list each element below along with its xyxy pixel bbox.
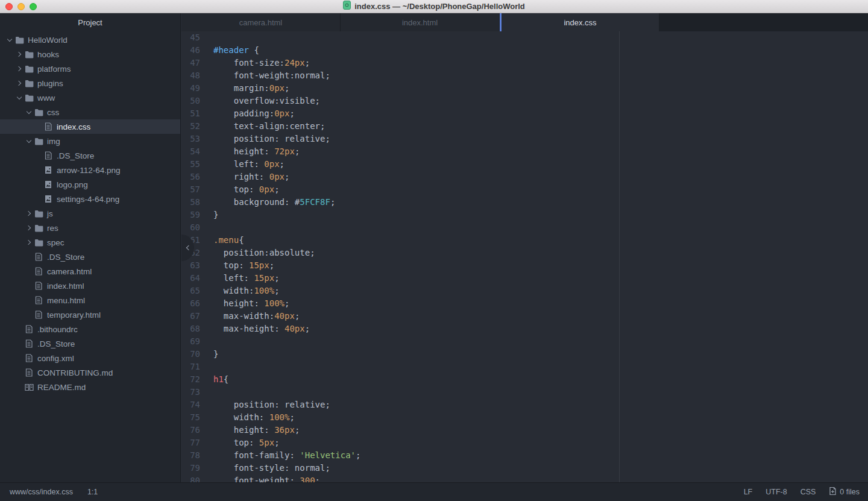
tree-item-js[interactable]: js <box>0 206 180 221</box>
code-line[interactable]: 74 position: relative; <box>181 399 868 411</box>
tree-item-menu-html[interactable]: menu.html <box>0 293 180 307</box>
code-line[interactable]: 46#header { <box>181 44 868 57</box>
code-line[interactable]: 47 font-size:24px; <box>181 57 868 69</box>
code-text: margin:0px; <box>200 82 289 95</box>
code-line[interactable]: 59} <box>181 209 868 221</box>
code-line[interactable]: 80 font-weight: 300; <box>181 474 868 482</box>
code-line[interactable]: 55 left: 0px; <box>181 158 868 171</box>
chevron-down-icon[interactable] <box>14 96 24 99</box>
chevron-right-icon[interactable] <box>14 52 24 56</box>
tree-item-temporary-html[interactable]: temporary.html <box>0 307 180 322</box>
tab-index-html[interactable]: index.html <box>341 13 500 31</box>
code-line[interactable]: 52 text-align:center; <box>181 120 868 133</box>
doc-icon <box>34 310 43 319</box>
minimize-button[interactable] <box>17 3 25 10</box>
code-line[interactable]: 54 height: 72px; <box>181 145 868 158</box>
line-number: 50 <box>181 95 200 107</box>
code-text: position:absolute; <box>200 247 315 259</box>
code-line[interactable]: 56 right: 0px; <box>181 171 868 183</box>
tree-item-label: index.html <box>47 282 84 291</box>
code-line[interactable]: 57 top: 0px; <box>181 183 868 196</box>
code-text: top: 5px; <box>200 436 280 449</box>
tree-item-ds-store[interactable]: .DS_Store <box>0 336 180 351</box>
status-item-css[interactable]: CSS <box>800 488 816 496</box>
tree-item-index-css[interactable]: index.css <box>0 119 180 134</box>
tab-index-css[interactable]: index.css <box>500 13 659 31</box>
code-line[interactable]: 78 font-family: 'Helvetica'; <box>181 449 868 462</box>
tree-item-ds-store[interactable]: .DS_Store <box>0 148 180 163</box>
tree-item-hooks[interactable]: hooks <box>0 47 180 61</box>
code-line[interactable]: 63 top: 15px; <box>181 259 868 272</box>
code-line[interactable]: 58 background: #5FCF8F; <box>181 196 868 209</box>
tab-camera-html[interactable]: camera.html <box>181 13 341 31</box>
tree-item-bithoundrc[interactable]: .bithoundrc <box>0 322 180 336</box>
git-status[interactable]: 0 files <box>829 487 860 497</box>
code-line[interactable]: 61.menu{ <box>181 234 868 247</box>
tree-item-ds-store[interactable]: .DS_Store <box>0 250 180 264</box>
cursor-position[interactable]: 1:1 <box>87 488 98 496</box>
chevron-right-icon[interactable] <box>24 212 34 215</box>
tree-item-label: .DS_Store <box>37 339 75 348</box>
tree-item-config-xml[interactable]: config.xml <box>0 351 180 365</box>
tree-item-platforms[interactable]: platforms <box>0 61 180 76</box>
code-line[interactable]: 45 <box>181 31 868 44</box>
chevron-right-icon[interactable] <box>24 241 34 244</box>
code-text: top: 0px; <box>200 183 280 196</box>
tree-item-settings-4-64-png[interactable]: settings-4-64.png <box>0 192 180 206</box>
code-line[interactable]: 69 <box>181 335 868 348</box>
chevron-down-icon[interactable] <box>24 111 34 113</box>
code-line[interactable]: 71 <box>181 361 868 373</box>
chevron-right-icon[interactable] <box>24 226 34 230</box>
tree-item-www[interactable]: www <box>0 90 180 105</box>
code-line[interactable]: 48 font-weight:normal; <box>181 69 868 82</box>
close-button[interactable] <box>5 3 13 10</box>
code-line[interactable]: 50 overflow:visible; <box>181 95 868 107</box>
code-line[interactable]: 60 <box>181 221 868 234</box>
line-number: 60 <box>181 221 200 234</box>
code-line[interactable]: 79 font-style: normal; <box>181 462 868 474</box>
tree-item-index-html[interactable]: index.html <box>0 279 180 293</box>
tree-item-plugins[interactable]: plugins <box>0 76 180 90</box>
code-text: .menu{ <box>200 234 244 247</box>
code-line[interactable]: 70} <box>181 348 868 361</box>
code-line[interactable]: 72h1{ <box>181 373 868 386</box>
tree-item-arrow-112-64-png[interactable]: arrow-112-64.png <box>0 163 180 177</box>
code-line[interactable]: 67 max-width:40px; <box>181 310 868 323</box>
doc-icon <box>34 296 43 304</box>
chevron-right-icon[interactable] <box>14 81 24 85</box>
code-line[interactable]: 53 position: relative; <box>181 133 868 145</box>
code-text <box>200 335 213 348</box>
tree-item-helloworld[interactable]: HelloWorld <box>0 33 180 47</box>
chevron-down-icon[interactable] <box>5 39 14 41</box>
code-line[interactable]: 51 padding:0px; <box>181 107 868 120</box>
tree-item-contributing-md[interactable]: CONTRIBUTING.md <box>0 365 180 380</box>
chevron-down-icon[interactable] <box>24 140 34 142</box>
code-line[interactable]: 65 width:100%; <box>181 285 868 297</box>
chevron-right-icon[interactable] <box>14 67 24 71</box>
status-item-utf-8[interactable]: UTF-8 <box>766 488 787 496</box>
code-line[interactable]: 76 height: 36px; <box>181 424 868 436</box>
code-line[interactable]: 73 <box>181 386 868 399</box>
tree-item-spec[interactable]: spec <box>0 235 180 250</box>
tab-label: camera.html <box>239 18 283 27</box>
code-editor[interactable]: 4546#header {47 font-size:24px;48 font-w… <box>181 31 868 482</box>
code-line[interactable]: 75 width: 100%; <box>181 411 868 424</box>
status-item-lf[interactable]: LF <box>744 488 753 496</box>
code-line[interactable]: 62 position:absolute; <box>181 247 868 259</box>
code-text: font-family: 'Helvetica'; <box>200 449 360 462</box>
code-line[interactable]: 49 margin:0px; <box>181 82 868 95</box>
zoom-button[interactable] <box>30 3 37 10</box>
tree-item-logo-png[interactable]: logo.png <box>0 177 180 192</box>
tree-item-readme-md[interactable]: README.md <box>0 380 180 394</box>
tree-item-img[interactable]: img <box>0 134 180 148</box>
tree-item-css[interactable]: css <box>0 105 180 119</box>
code-line[interactable]: 68 max-height: 40px; <box>181 323 868 335</box>
line-number: 78 <box>181 449 200 462</box>
code-line[interactable]: 66 height: 100%; <box>181 297 868 310</box>
code-line[interactable]: 64 left: 15px; <box>181 272 868 285</box>
tree-item-camera-html[interactable]: camera.html <box>0 264 180 279</box>
code-line[interactable]: 77 top: 5px; <box>181 436 868 449</box>
line-number: 74 <box>181 399 200 411</box>
folder-icon <box>34 210 43 218</box>
tree-item-res[interactable]: res <box>0 221 180 235</box>
